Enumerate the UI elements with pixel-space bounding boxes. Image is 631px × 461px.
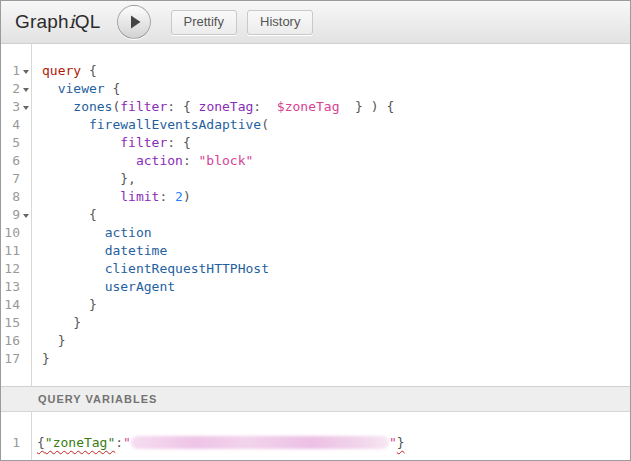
line-number: 16 [1,332,20,350]
line-number: 1 [1,434,20,452]
code-line[interactable]: 7 }, [1,170,630,188]
code-line[interactable]: 13 userAgent [1,278,630,296]
code-line[interactable]: 10 action [1,224,630,242]
code-text: action: "block" [31,152,253,170]
code-token [42,81,58,96]
gutter-cell: 16 [1,332,31,350]
query-variables-header[interactable]: Query Variables [1,386,630,412]
code-line[interactable]: 6 action: "block" [1,152,630,170]
code-token: action [136,153,183,168]
code-line[interactable]: 12 clientRequestHTTPHost [1,260,630,278]
gutter-cell: 5 [1,134,31,152]
code-token [42,261,105,276]
code-token [42,243,105,258]
code-token: query [42,63,81,78]
query-editor[interactable]: 1query {2 viewer {3 zones(filter: { zone… [1,44,630,386]
fold-slot [20,350,31,368]
code-token: $zoneTag [277,99,340,114]
fold-slot [20,278,31,296]
code-token: "block" [199,153,254,168]
code-token: ( [261,117,269,132]
code-line[interactable]: 5 filter: { [1,134,630,152]
code-line[interactable]: 14 } [1,296,630,314]
code-line[interactable]: 15 } [1,314,630,332]
code-line[interactable]: 16 } [1,332,630,350]
code-token [42,207,89,222]
code-token: " [389,435,397,450]
variables-editor[interactable]: 1{"zoneTag":""} [1,412,630,460]
gutter-cell: 14 [1,296,31,314]
code-line[interactable]: 17} [1,350,630,368]
code-line[interactable]: 8 limit: 2) [1,188,630,206]
fold-slot [20,116,31,134]
code-token [42,225,105,240]
fold-arrow-icon[interactable] [23,214,29,218]
gutter-cell: 7 [1,170,31,188]
fold-arrow-icon[interactable] [23,70,29,74]
code-text: query { [31,62,97,80]
gutter-cell: 11 [1,242,31,260]
fold-arrow-icon[interactable] [23,106,29,110]
gutter-cell: 4 [1,116,31,134]
code-token: filter [120,99,167,114]
query-code: 1query {2 viewer {3 zones(filter: { zone… [1,44,630,368]
fold-slot [20,188,31,206]
code-token: firewallEventsAdaptive [89,117,261,132]
code-text: } [31,350,50,368]
history-button[interactable]: History [247,10,313,35]
line-number: 17 [1,350,20,368]
code-token: } [397,435,405,450]
code-token: { [105,81,121,96]
fold-slot [20,434,31,452]
redacted-zone-tag-value [131,436,389,449]
code-token: { [37,435,45,450]
line-number: 13 [1,278,20,296]
code-text: zones(filter: { zoneTag: $zoneTag } ) { [31,98,394,116]
code-line[interactable]: 3 zones(filter: { zoneTag: $zoneTag } ) … [1,98,630,116]
code-line[interactable]: 9 { [1,206,630,224]
code-token: zones [73,99,112,114]
code-line[interactable]: 1query { [1,62,630,80]
gutter-cell: 10 [1,224,31,242]
code-line[interactable]: 1{"zoneTag":""} [1,434,630,452]
fold-slot [20,332,31,350]
gutter-cell: 17 [1,350,31,368]
code-token: : { [167,99,198,114]
toolbar: GraphiQL Prettify History [1,1,630,44]
line-number: 12 [1,260,20,278]
code-token: } [58,333,66,348]
code-token: zoneTag [199,99,254,114]
code-text: {"zoneTag":""} [31,434,405,452]
code-token: limit [120,189,159,204]
code-token: : [115,435,123,450]
code-line[interactable]: 2 viewer { [1,80,630,98]
play-icon [125,14,143,30]
fold-slot [20,152,31,170]
code-token: }, [120,171,136,186]
gutter-cell: 12 [1,260,31,278]
code-token: viewer [58,81,105,96]
prettify-button[interactable]: Prettify [171,10,237,35]
execute-query-button[interactable] [117,5,151,39]
code-token: action [105,225,152,240]
code-line[interactable]: 11 datetime [1,242,630,260]
fold-slot [20,80,31,98]
line-number: 8 [1,188,20,206]
code-token: ) [183,189,191,204]
code-token: { [81,63,97,78]
gutter-cell: 9 [1,206,31,224]
line-number: 2 [1,80,20,98]
line-number: 6 [1,152,20,170]
code-token: } [73,315,81,330]
fold-slot [20,224,31,242]
fold-slot [20,170,31,188]
code-text: firewallEventsAdaptive( [31,116,269,134]
code-token: datetime [105,243,168,258]
code-token: userAgent [105,279,175,294]
fold-arrow-icon[interactable] [23,88,29,92]
code-token [42,315,73,330]
code-line[interactable]: 4 firewallEventsAdaptive( [1,116,630,134]
code-token [42,333,58,348]
gutter-cell: 1 [1,62,31,80]
fold-slot [20,62,31,80]
